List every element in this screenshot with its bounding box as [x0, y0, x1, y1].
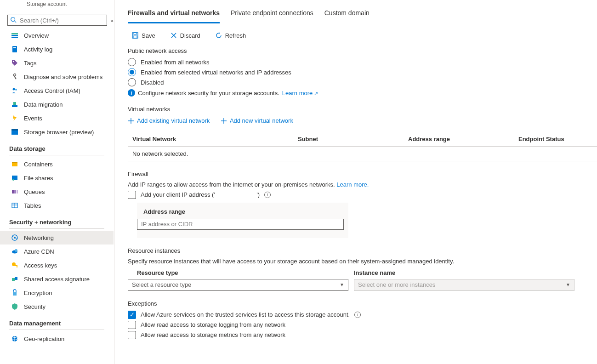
client-ip-checkbox-row[interactable]: Add your client IP address (' ') i — [128, 191, 597, 199]
learn-more-link[interactable]: Learn more. — [336, 181, 369, 188]
col-subnet: Subnet — [298, 136, 408, 142]
svg-rect-6 — [13, 47, 16, 48]
events-icon — [11, 114, 18, 122]
chevron-down-icon: ▼ — [566, 282, 570, 287]
fileshares-icon — [11, 174, 18, 182]
svg-rect-22 — [17, 190, 18, 193]
radio-label: Enabled from selected virtual networks a… — [141, 69, 291, 76]
radio-icon — [128, 78, 136, 86]
radio-all-networks[interactable]: Enabled from all networks — [128, 58, 597, 66]
save-label: Save — [142, 32, 155, 39]
exceptions-title: Exceptions — [128, 300, 597, 307]
sidebar-item-label: Geo-replication — [24, 336, 64, 342]
resource-selects: Resource type Select a resource type ▼ I… — [128, 269, 597, 291]
geo-icon — [11, 335, 18, 342]
radio-disabled[interactable]: Disabled — [128, 78, 597, 86]
radio-selected-networks[interactable]: Enabled from selected virtual networks a… — [128, 68, 597, 76]
tab-custom-domain[interactable]: Custom domain — [324, 6, 370, 23]
refresh-button[interactable]: Refresh — [211, 30, 250, 41]
containers-icon — [11, 160, 18, 168]
radio-icon — [128, 68, 136, 76]
sidebar-item-geo-replication[interactable]: Geo-replication — [0, 332, 114, 346]
keys-icon — [11, 262, 18, 269]
sidebar-item-file-shares[interactable]: File shares — [0, 171, 114, 185]
sidebar-item-queues[interactable]: Queues — [0, 185, 114, 199]
collapse-sidebar-button[interactable]: « — [108, 16, 115, 26]
search-input[interactable] — [7, 15, 107, 26]
info-icon[interactable]: i — [354, 312, 361, 318]
radio-label: Disabled — [141, 79, 164, 86]
add-new-vnet-button[interactable]: Add new virtual network — [221, 117, 293, 124]
svg-rect-15 — [11, 129, 18, 131]
col-endpoint-status: Endpoint Status — [518, 136, 592, 142]
resource-type-label: Resource type — [128, 269, 348, 276]
discard-label: Discard — [180, 32, 200, 39]
sidebar-item-azure-cdn[interactable]: Azure CDN — [0, 245, 114, 258]
learn-more-link[interactable]: Learn more — [282, 90, 318, 97]
svg-rect-13 — [12, 105, 17, 107]
add-existing-vnet-button[interactable]: Add existing virtual network — [128, 117, 210, 124]
svg-line-28 — [12, 236, 17, 239]
svg-point-30 — [15, 249, 17, 252]
activity-icon — [11, 46, 18, 53]
sidebar-item-shared-access-signature[interactable]: Shared access signature — [0, 272, 114, 286]
nav-group-storage: Data storage — [0, 139, 114, 155]
instance-name-select[interactable]: Select one or more instances ▼ — [354, 279, 574, 291]
sidebar-item-label: File shares — [24, 175, 53, 182]
label: Allow read access to storage metrics fro… — [141, 331, 285, 338]
sidebar-item-data-migration[interactable]: Data migration — [0, 97, 114, 111]
svg-line-1 — [15, 21, 17, 23]
svg-rect-2 — [11, 33, 18, 34]
queues-icon — [11, 188, 18, 195]
firewall-section: Firewall Add IP ranges to allow access f… — [128, 171, 597, 238]
save-icon — [131, 32, 139, 39]
nav-group-security: Security + networking — [0, 212, 114, 228]
instance-name-col: Instance name Select one or more instanc… — [354, 269, 574, 291]
exception-metrics[interactable]: Allow read access to storage metrics fro… — [128, 331, 597, 339]
sidebar-item-label: Access Control (IAM) — [24, 87, 80, 94]
vnet-title: Virtual networks — [128, 106, 597, 113]
label: Add new virtual network — [230, 117, 293, 124]
sidebar-item-tags[interactable]: Tags — [0, 56, 114, 70]
tab-private-endpoint-connections[interactable]: Private endpoint connections — [231, 6, 313, 23]
sidebar-item-diagnose-and-solve-problems[interactable]: Diagnose and solve problems — [0, 70, 114, 84]
sidebar-item-access-control-iam-[interactable]: Access Control (IAM) — [0, 84, 114, 97]
divider — [9, 330, 104, 330]
checkbox-icon: ✓ — [128, 311, 136, 319]
sidebar-item-containers[interactable]: Containers — [0, 157, 114, 171]
info-icon: i — [128, 89, 135, 97]
sidebar-item-events[interactable]: Events — [0, 111, 114, 125]
resource-desc: Specify resource instances that will hav… — [128, 258, 597, 265]
sidebar-item-access-keys[interactable]: Access keys — [0, 258, 114, 272]
exception-logging[interactable]: Allow read access to storage logging fro… — [128, 321, 597, 329]
tags-icon — [11, 59, 18, 67]
tab-firewalls-and-virtual-networks[interactable]: Firewalls and virtual networks — [128, 6, 220, 23]
browser-icon — [11, 128, 18, 136]
resource-section: Resource instances Specify resource inst… — [128, 247, 597, 291]
svg-point-11 — [13, 88, 15, 91]
sidebar-item-activity-log[interactable]: Activity log — [0, 42, 114, 56]
firewall-desc: Add IP ranges to allow access from the i… — [128, 181, 597, 188]
svg-point-19 — [12, 179, 14, 181]
info-icon[interactable]: i — [264, 192, 271, 198]
resource-type-select[interactable]: Select a resource type ▼ — [128, 279, 348, 291]
svg-rect-3 — [11, 35, 18, 36]
vnet-table: Virtual Network Subnet Address range End… — [128, 132, 597, 161]
checkbox-icon — [128, 321, 136, 329]
sidebar-item-security[interactable]: Security — [0, 300, 114, 313]
address-range-input[interactable] — [137, 219, 344, 230]
divider — [9, 155, 104, 155]
sidebar-item-networking[interactable]: Networking — [0, 231, 114, 245]
save-button[interactable]: Save — [128, 30, 159, 41]
sidebar-item-overview[interactable]: Overview — [0, 28, 114, 42]
nav-list[interactable]: OverviewActivity logTagsDiagnose and sol… — [0, 28, 114, 364]
sidebar-item-storage-browser-preview-[interactable]: Storage browser (preview) — [0, 125, 114, 139]
plus-icon — [221, 118, 227, 124]
vnet-section: Virtual networks Add existing virtual ne… — [128, 106, 597, 161]
discard-button[interactable]: Discard — [166, 30, 204, 41]
exception-trusted-services[interactable]: ✓ Allow Azure services on the trusted se… — [128, 311, 597, 319]
sidebar-item-tables[interactable]: Tables — [0, 199, 114, 212]
migration-icon — [11, 101, 18, 108]
sidebar-item-encryption[interactable]: Encryption — [0, 286, 114, 300]
svg-rect-42 — [133, 36, 137, 38]
